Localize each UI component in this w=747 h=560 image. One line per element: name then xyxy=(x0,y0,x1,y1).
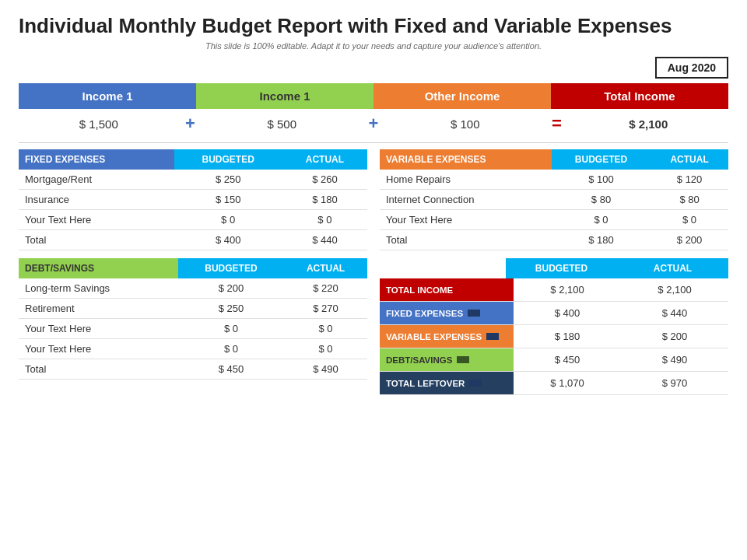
summary-row: DEBT/SAVINGS$ 450$ 490 xyxy=(380,348,728,372)
summary-actual-header: ACTUAL xyxy=(617,258,728,278)
total-income-header: Total Income xyxy=(551,83,728,109)
summary-budgeted-header: BUDGETED xyxy=(506,258,617,278)
summary-actual-value: $ 2,100 xyxy=(621,278,728,301)
table-row: Total$ 180$ 200 xyxy=(380,230,728,250)
subtitle: This slide is 100% editable. Adapt it to… xyxy=(19,41,728,51)
summary-label: VARIABLE EXPENSES xyxy=(380,325,514,348)
summary-section: BUDGETED ACTUAL TOTAL INCOME$ 2,100$ 2,1… xyxy=(380,258,728,395)
summary-row: TOTAL INCOME$ 2,100$ 2,100 xyxy=(380,278,728,302)
right-column: VARIABLE EXPENSES BUDGETED ACTUAL Home R… xyxy=(380,149,728,395)
date-badge: Aug 2020 xyxy=(655,57,728,79)
table-row: Your Text Here$ 0$ 0 xyxy=(19,210,367,230)
summary-actual-value: $ 490 xyxy=(621,348,728,371)
bar-indicator xyxy=(468,310,480,317)
equals-icon: = xyxy=(545,109,569,138)
summary-header: BUDGETED ACTUAL xyxy=(380,258,728,278)
debt-savings-col3: ACTUAL xyxy=(284,258,367,278)
fixed-expenses-col1: FIXED EXPENSES xyxy=(19,149,174,170)
summary-label: DEBT/SAVINGS xyxy=(380,348,514,371)
debt-savings-col2: BUDGETED xyxy=(178,258,284,278)
summary-row: FIXED EXPENSES$ 400$ 440 xyxy=(380,302,728,325)
table-row: Your Text Here$ 0$ 0 xyxy=(380,210,728,230)
other-income-header: Other Income xyxy=(374,83,551,109)
plus-icon-2: + xyxy=(362,109,385,138)
table-row: Long-term Savings$ 200$ 220 xyxy=(19,278,367,299)
income2-header: Income 1 xyxy=(196,83,374,109)
summary-label: FIXED EXPENSES xyxy=(380,302,514,324)
bar-indicator xyxy=(469,380,482,387)
summary-rows: TOTAL INCOME$ 2,100$ 2,100FIXED EXPENSES… xyxy=(380,278,728,395)
debt-savings-table: DEBT/SAVINGS BUDGETED ACTUAL Long-term S… xyxy=(19,258,367,380)
summary-budgeted-value: $ 400 xyxy=(514,302,621,324)
summary-budgeted-value: $ 1,070 xyxy=(514,372,621,394)
summary-label: TOTAL INCOME xyxy=(380,278,514,301)
summary-actual-value: $ 440 xyxy=(621,302,728,324)
summary-budgeted-value: $ 180 xyxy=(514,325,621,348)
income-values-row: $ 1,500 + $ 500 + $ 100 = $ 2,100 xyxy=(19,109,728,138)
fixed-expenses-table: FIXED EXPENSES BUDGETED ACTUAL Mortgage/… xyxy=(19,149,367,250)
summary-budgeted-value: $ 2,100 xyxy=(514,278,621,301)
variable-expenses-col1: VARIABLE EXPENSES xyxy=(380,149,552,170)
table-row: Home Repairs$ 100$ 120 xyxy=(380,170,728,190)
variable-expenses-table: VARIABLE EXPENSES BUDGETED ACTUAL Home R… xyxy=(380,149,728,250)
left-column: FIXED EXPENSES BUDGETED ACTUAL Mortgage/… xyxy=(19,149,367,395)
table-row: Your Text Here$ 0$ 0 xyxy=(19,319,367,339)
total-income-value: $ 2,100 xyxy=(569,113,729,135)
bar-indicator xyxy=(457,356,469,363)
summary-label: TOTAL LEFTOVER xyxy=(380,372,514,394)
plus-icon-1: + xyxy=(179,109,202,138)
variable-expenses-col2: BUDGETED xyxy=(552,149,651,170)
main-content: FIXED EXPENSES BUDGETED ACTUAL Mortgage/… xyxy=(19,149,728,395)
summary-actual-value: $ 200 xyxy=(621,325,728,348)
other-income-value: $ 100 xyxy=(385,113,545,135)
variable-expenses-col3: ACTUAL xyxy=(651,149,728,170)
debt-savings-col1: DEBT/SAVINGS xyxy=(19,258,178,278)
income1-header: Income 1 xyxy=(19,83,196,109)
income-header-row: Income 1 Income 1 Other Income Total Inc… xyxy=(19,83,728,109)
income1-value: $ 1,500 xyxy=(19,113,179,135)
fixed-expenses-col3: ACTUAL xyxy=(282,149,367,170)
table-row: Your Text Here$ 0$ 0 xyxy=(19,339,367,359)
summary-actual-value: $ 970 xyxy=(621,372,728,394)
summary-row: TOTAL LEFTOVER$ 1,070$ 970 xyxy=(380,372,728,395)
table-row: Internet Connection$ 80$ 80 xyxy=(380,190,728,210)
summary-budgeted-value: $ 450 xyxy=(514,348,621,371)
page-title: Individual Monthly Budget Report with Fi… xyxy=(19,14,728,38)
table-row: Retirement$ 250$ 270 xyxy=(19,299,367,319)
bar-indicator xyxy=(486,333,499,340)
income2-value: $ 500 xyxy=(202,113,363,135)
table-row: Total$ 450$ 490 xyxy=(19,359,367,380)
table-row: Total$ 400$ 440 xyxy=(19,230,367,250)
table-row: Mortgage/Rent$ 250$ 260 xyxy=(19,170,367,190)
summary-row: VARIABLE EXPENSES$ 180$ 200 xyxy=(380,325,728,348)
fixed-expenses-col2: BUDGETED xyxy=(174,149,282,170)
table-row: Insurance$ 150$ 180 xyxy=(19,190,367,210)
